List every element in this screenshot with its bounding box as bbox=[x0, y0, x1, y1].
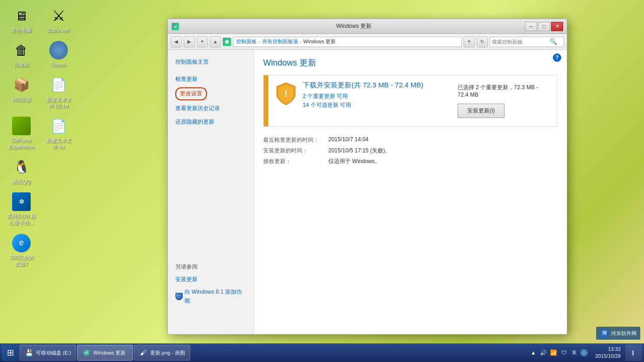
back-button[interactable]: ◀ bbox=[171, 36, 182, 47]
desktop-icon-360zip[interactable]: 📦 360压缩 bbox=[5, 74, 38, 112]
receive-label: 接收更新： bbox=[263, 158, 328, 165]
desktop-icon-qq[interactable]: 🐧 腾讯QQ bbox=[5, 156, 38, 187]
svg-point-0 bbox=[173, 24, 178, 29]
steam-icon-label: Steam bbox=[51, 61, 66, 68]
paint-icon: 🖌 bbox=[139, 349, 147, 357]
newtext2-icon: 📄 bbox=[49, 76, 68, 94]
360zip-icon-label: 360压缩 bbox=[12, 96, 31, 103]
sidebar-install-link[interactable]: 安装更新 bbox=[168, 273, 254, 286]
tray-expand-icon[interactable]: ▲ bbox=[529, 349, 538, 357]
info-row-lastinstall: 安装更新的时间： 2015/10/5 17:15 (失败)。 bbox=[263, 147, 558, 155]
main-panel: ? Windows 更新 ! 下载并安装更新(共 72.3 MB - bbox=[254, 50, 567, 334]
dropdown-button[interactable]: ▼ bbox=[197, 36, 208, 47]
up-button[interactable]: ▲ bbox=[210, 36, 221, 47]
desktop-icon-computer[interactable]: 🖥 送台电脑 bbox=[5, 5, 38, 35]
search-box[interactable]: 🔍 bbox=[490, 37, 564, 47]
maximize-button[interactable]: □ bbox=[538, 22, 550, 31]
svg-text:!: ! bbox=[285, 89, 287, 99]
desktop-icon-battlenet[interactable]: ⚔ Battle.net bbox=[42, 5, 75, 35]
system-tray: ▲ 🔊 📶 🛡 英 bbox=[526, 349, 591, 357]
desktop-icon-recycle[interactable]: 🗑 回收站 bbox=[5, 39, 38, 70]
sidebar: 控制面板主页 检查更新 更改设置 查看更新历史记录 还原隐藏的更新 另请参阅 安… bbox=[168, 50, 254, 334]
update-card: ! 下载并安装更新(共 72.3 MB - 72.4 MB) 2 个重要更新 可… bbox=[263, 75, 558, 127]
geforce-icon bbox=[12, 117, 31, 135]
computer-icon: 🖥 bbox=[12, 7, 31, 25]
info-row-lastcheck: 最近检查更新的时间： 2015/10/7 14:04 bbox=[263, 136, 558, 144]
titlebar-icon bbox=[172, 23, 179, 30]
help-icon[interactable]: ? bbox=[553, 53, 561, 62]
update-shield-icon: ! bbox=[275, 81, 297, 107]
info-section: 最近检查更新的时间： 2015/10/7 14:04 安装更新的时间： 2015… bbox=[263, 136, 558, 165]
window-controls: ─ □ ✕ bbox=[525, 22, 563, 31]
taskbar-paint[interactable]: 🖌 更新.png - 画图 bbox=[134, 345, 190, 361]
path-current: Windows 更新 bbox=[303, 38, 336, 45]
dialog-title: Windows 更新 bbox=[183, 22, 525, 30]
path-controlpanel[interactable]: 控制面板 bbox=[236, 38, 257, 45]
recycle-icon: 🗑 bbox=[12, 41, 31, 59]
also-see-title: 另请参阅 bbox=[168, 258, 254, 273]
lastcheck-label: 最近检查更新的时间： bbox=[263, 136, 328, 144]
refresh-button[interactable]: ↻ bbox=[477, 36, 488, 47]
drive-icon: 💾 bbox=[25, 349, 33, 357]
360browser-icon: e bbox=[12, 234, 31, 252]
receive-value: 仅适用于 Windows。 bbox=[328, 158, 380, 165]
tray-lang-icon[interactable]: 英 bbox=[570, 349, 578, 357]
desktop-icon-steam[interactable]: Steam bbox=[42, 39, 75, 70]
watermark: 河 河东软件网 bbox=[596, 327, 640, 340]
update-card-title: 下载并安装更新(共 72.3 MB - 72.4 MB) bbox=[303, 81, 452, 90]
taskbar-clock[interactable]: 13:32 2015/10/28 bbox=[591, 346, 624, 360]
svg-point-1 bbox=[225, 40, 229, 44]
computer-icon-label: 送台电脑 bbox=[11, 27, 32, 33]
sidebar-change-link[interactable]: 更改设置 bbox=[175, 87, 207, 100]
install-button[interactable]: 安装更新(I) bbox=[458, 104, 505, 118]
watermark-text: 河东软件网 bbox=[611, 330, 637, 337]
steam-icon bbox=[49, 41, 68, 59]
minimize-button[interactable]: ─ bbox=[525, 22, 537, 31]
sidebar-addfeatures-link[interactable]: 向 Windows 8.1 添加功能 bbox=[185, 288, 246, 305]
window-content: 控制面板主页 检查更新 更改设置 查看更新历史记录 还原隐藏的更新 另请参阅 安… bbox=[168, 50, 567, 334]
360zip-icon: 📦 bbox=[12, 76, 31, 94]
show-desktop-button[interactable]: ▌ bbox=[625, 344, 642, 361]
info-row-receive: 接收更新： 仅适用于 Windows。 bbox=[263, 158, 558, 165]
address-path[interactable]: 控制面板 › 所有控制面板项 › Windows 更新 bbox=[233, 37, 462, 47]
tray-security-icon[interactable]: 🛡 bbox=[560, 349, 568, 357]
desktop-icons-container: 🖥 送台电脑 ⚔ Battle.net 🗑 回收站 Steam 📦 360压缩 … bbox=[5, 5, 75, 269]
search-input[interactable] bbox=[492, 39, 548, 45]
update-side-text: 已选择 2 个重要更新，72.3 MB - 72.4 MB bbox=[458, 84, 551, 98]
desktop-icon-newtext2[interactable]: 📄 新建文本文件 (2).txt bbox=[42, 74, 75, 112]
update-card-accent bbox=[264, 75, 268, 126]
optional-updates-link[interactable]: 14 个可选更新 可用 bbox=[303, 101, 452, 109]
sidebar-home-link[interactable]: 控制面板主页 bbox=[168, 55, 253, 69]
path-dropdown-button[interactable]: ▼ bbox=[464, 36, 475, 47]
main-title: Windows 更新 bbox=[263, 57, 558, 68]
newtext2-icon-label: 新建文本文件 (2).txt bbox=[46, 96, 72, 110]
recycle-icon-label: 回收站 bbox=[14, 61, 29, 68]
clock-time: 13:32 bbox=[595, 346, 621, 353]
search-icon: 🔍 bbox=[550, 38, 557, 45]
sidebar-restore-link[interactable]: 还原隐藏的更新 bbox=[168, 115, 253, 129]
update-card-body: ! 下载并安装更新(共 72.3 MB - 72.4 MB) 2 个重要更新 可… bbox=[268, 75, 557, 126]
update-info: 下载并安装更新(共 72.3 MB - 72.4 MB) 2 个重要更新 可用 … bbox=[303, 81, 452, 121]
address-bar: ◀ ▶ ▼ ▲ 控制面板 › 所有控制面板项 › Windows 更新 ▼ ↻ … bbox=[168, 34, 567, 50]
watermark-logo: 河 bbox=[600, 329, 609, 338]
taskbar-drive[interactable]: 💾 可移动磁盘 (E:) bbox=[20, 345, 76, 361]
forward-button[interactable]: ▶ bbox=[184, 36, 195, 47]
intel-icon: ⚙ bbox=[12, 192, 31, 211]
close-button[interactable]: ✕ bbox=[551, 22, 563, 31]
path-allitems[interactable]: 所有控制面板项 bbox=[262, 38, 298, 45]
start-button[interactable]: ⊞ bbox=[2, 344, 19, 361]
desktop-icon-geforce[interactable]: GeForceExperience bbox=[5, 115, 38, 152]
taskbar-winupdate[interactable]: Windows 更新 bbox=[77, 345, 133, 361]
desktop-icon-360browser[interactable]: e 360安全浏览器7 bbox=[5, 232, 38, 270]
sidebar-history-link[interactable]: 查看更新历史记录 bbox=[168, 102, 253, 115]
tray-network-icon[interactable]: 📶 bbox=[550, 349, 558, 357]
taskbar-drive-label: 可移动磁盘 (E:) bbox=[36, 349, 71, 356]
desktop-icon-newtext[interactable]: 📄 新建文本文件.txt bbox=[42, 115, 75, 152]
tray-speaker-icon[interactable]: 🔊 bbox=[539, 349, 548, 357]
tray-steam-icon[interactable] bbox=[580, 349, 588, 356]
important-updates-link[interactable]: 2 个重要更新 可用 bbox=[303, 92, 452, 100]
sidebar-check-link[interactable]: 检查更新 bbox=[168, 72, 253, 86]
newtext-icon: 📄 bbox=[49, 117, 68, 135]
taskbar-paint-label: 更新.png - 画图 bbox=[150, 349, 185, 356]
desktop-icon-intel[interactable]: ⚙ 英特尔(R) 核心显卡控... bbox=[5, 191, 38, 228]
